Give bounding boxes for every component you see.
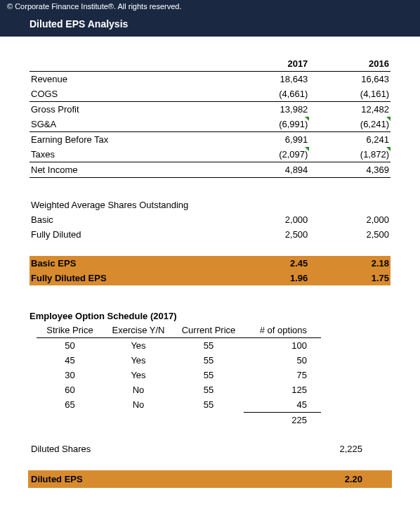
fd-eps-row: Fully Diluted EPS 1.96 1.75 <box>29 271 391 285</box>
opt-strike: 60 <box>37 382 103 397</box>
gp-y2: 12,482 <box>309 102 391 117</box>
shares-heading-row: Weighted Average Shares Outstanding <box>29 198 391 212</box>
opt-strike: 45 <box>37 353 103 368</box>
year-header-row: 2017 2016 <box>29 56 391 72</box>
diluted-shares-label: Diluted Shares <box>31 444 319 454</box>
options-row: 50 Yes 55 100 <box>37 338 321 354</box>
diluted-shares-val: 2,225 <box>319 444 389 454</box>
opt-num: 45 <box>244 397 321 413</box>
options-header-row: Strike Price Exercise Y/N Current Price … <box>37 323 321 338</box>
options-row: 65 No 55 45 <box>37 397 321 413</box>
fd-shares-row: Fully Diluted 2,500 2,500 <box>29 227 391 242</box>
revenue-y2: 16,643 <box>309 72 391 87</box>
opt-current: 55 <box>173 397 244 413</box>
cogs-y1: (4,661) <box>228 86 310 102</box>
options-row: 45 Yes 55 50 <box>37 353 321 368</box>
diluted-shares-row: Diluted Shares 2,225 <box>29 442 391 456</box>
page-title: Diluted EPS Analysis <box>29 18 128 30</box>
opt-strike: 65 <box>37 397 103 413</box>
fd-eps-y2: 1.75 <box>309 271 391 285</box>
shares-table: Weighted Average Shares Outstanding Basi… <box>29 198 391 242</box>
fd-shares-y1: 2,500 <box>228 227 310 242</box>
diluted-eps-val: 2.20 <box>319 474 389 484</box>
options-row: 60 No 55 125 <box>37 382 321 397</box>
income-statement-table: 2017 2016 Revenue 18,643 16,643 COGS (4,… <box>29 56 391 178</box>
opt-exercise: No <box>103 382 173 397</box>
opt-strike: 30 <box>37 368 103 382</box>
opt-current: 55 <box>173 353 244 368</box>
cogs-row: COGS (4,661) (4,161) <box>29 86 391 102</box>
net-income-row: Net Income 4,894 4,369 <box>29 162 391 178</box>
sga-label: SG&A <box>29 117 228 132</box>
sga-y1: (6,991) <box>228 117 310 132</box>
revenue-row: Revenue 18,643 16,643 <box>29 72 391 87</box>
col-num: # of options <box>244 323 321 338</box>
revenue-y1: 18,643 <box>228 72 310 87</box>
year-1: 2017 <box>228 56 310 72</box>
opt-num: 50 <box>244 353 321 368</box>
taxes-row: Taxes (2,097) (1,872) <box>29 147 391 162</box>
ebt-row: Earning Before Tax 6,991 6,241 <box>29 132 391 148</box>
fd-shares-label: Fully Diluted <box>29 227 228 242</box>
revenue-label: Revenue <box>29 72 228 87</box>
opt-num: 75 <box>244 368 321 382</box>
tax-y2: (1,872) <box>309 147 391 162</box>
sga-row: SG&A (6,991) (6,241) <box>29 117 391 132</box>
copyright-bar: © Corporate Finance Institute®. All righ… <box>0 0 420 13</box>
basic-eps-label: Basic EPS <box>29 256 228 271</box>
year-2: 2016 <box>309 56 391 72</box>
opt-exercise: Yes <box>103 368 173 382</box>
cogs-y2: (4,161) <box>309 86 391 102</box>
ni-y1: 4,894 <box>228 162 310 178</box>
cogs-label: COGS <box>29 86 228 102</box>
opt-current: 55 <box>173 382 244 397</box>
col-strike: Strike Price <box>37 323 103 338</box>
opt-exercise: Yes <box>103 338 173 354</box>
opt-current: 55 <box>173 338 244 354</box>
main-content: 2017 2016 Revenue 18,643 16,643 COGS (4,… <box>0 37 420 488</box>
gp-y1: 13,982 <box>228 102 310 117</box>
opt-exercise: No <box>103 397 173 413</box>
options-total: 225 <box>244 413 321 428</box>
opt-num: 100 <box>244 338 321 354</box>
tax-label: Taxes <box>29 147 228 162</box>
opt-exercise: Yes <box>103 353 173 368</box>
fd-shares-y2: 2,500 <box>309 227 391 242</box>
gross-profit-row: Gross Profit 13,982 12,482 <box>29 102 391 117</box>
options-heading: Employee Option Schedule (2017) <box>29 308 391 323</box>
eps-table: Basic EPS 2.45 2.18 Fully Diluted EPS 1.… <box>29 256 391 285</box>
opt-strike: 50 <box>37 338 103 354</box>
basic-shares-y2: 2,000 <box>309 212 391 227</box>
diluted-eps-row: Diluted EPS 2.20 <box>28 470 392 488</box>
fd-eps-label: Fully Diluted EPS <box>29 271 228 285</box>
shares-heading: Weighted Average Shares Outstanding <box>29 198 391 212</box>
gp-label: Gross Profit <box>29 102 228 117</box>
basic-eps-y1: 2.45 <box>228 256 310 271</box>
page-title-bar: Diluted EPS Analysis <box>0 13 420 37</box>
options-table: Strike Price Exercise Y/N Current Price … <box>37 323 321 427</box>
basic-eps-row: Basic EPS 2.45 2.18 <box>29 256 391 271</box>
ebt-y1: 6,991 <box>228 132 310 148</box>
ni-label: Net Income <box>29 162 228 178</box>
col-exercise: Exercise Y/N <box>103 323 173 338</box>
fd-eps-y1: 1.96 <box>228 271 310 285</box>
basic-shares-y1: 2,000 <box>228 212 310 227</box>
opt-current: 55 <box>173 368 244 382</box>
col-current: Current Price <box>173 323 244 338</box>
options-row: 30 Yes 55 75 <box>37 368 321 382</box>
ebt-y2: 6,241 <box>309 132 391 148</box>
basic-eps-y2: 2.18 <box>309 256 391 271</box>
sga-y2: (6,241) <box>309 117 391 132</box>
copyright-text: © Corporate Finance Institute®. All righ… <box>7 2 182 11</box>
basic-shares-row: Basic 2,000 2,000 <box>29 212 391 227</box>
ni-y2: 4,369 <box>309 162 391 178</box>
basic-shares-label: Basic <box>29 212 228 227</box>
options-total-row: 225 <box>37 413 321 428</box>
tax-y1: (2,097) <box>228 147 310 162</box>
diluted-eps-label: Diluted EPS <box>31 474 319 484</box>
opt-num: 125 <box>244 382 321 397</box>
ebt-label: Earning Before Tax <box>29 132 228 148</box>
